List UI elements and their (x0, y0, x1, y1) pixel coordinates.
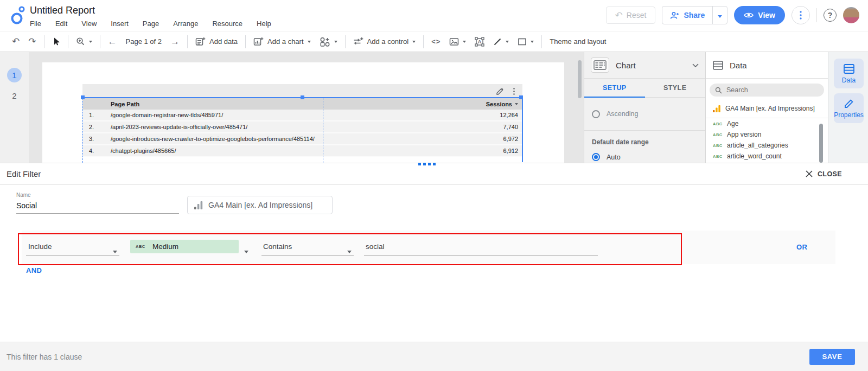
canvas-scrollbar[interactable] (578, 60, 582, 98)
page-thumb-1[interactable]: 1 (7, 68, 22, 82)
rail-properties-button[interactable]: Properties (834, 93, 864, 123)
looker-studio-logo-icon (11, 5, 25, 25)
menu-page[interactable]: Page (143, 20, 159, 28)
cursor-icon (52, 37, 60, 46)
right-rail: Data Properties (828, 52, 868, 163)
menu-resource[interactable]: Resource (212, 20, 242, 28)
select-tool-button[interactable] (48, 37, 65, 46)
view-button[interactable]: View (734, 6, 785, 24)
filter-data-source-chip[interactable]: GA4 Main [ex. Ad Impressions] (187, 196, 333, 214)
and-clause-link[interactable]: AND (26, 266, 42, 274)
menu-insert[interactable]: Insert (111, 20, 129, 28)
redo-button[interactable]: ↷ (24, 37, 40, 46)
data-list-icon (713, 61, 723, 70)
edit-filter-panel: Edit Filter CLOSE Name GA4 Main [ex. Ad … (0, 163, 868, 371)
menu-arrange[interactable]: Arrange (173, 20, 198, 28)
field-list-scrollbar[interactable] (819, 124, 823, 163)
panel-drag-handle[interactable] (418, 163, 436, 165)
filter-panel-header: Edit Filter CLOSE (0, 163, 868, 185)
save-button[interactable]: SAVE (809, 349, 855, 365)
filter-name-input[interactable] (16, 201, 179, 214)
clause-count-status: This filter has 1 clause (7, 353, 809, 361)
field-chip-label: Medium (152, 242, 178, 251)
insert-shape-button[interactable] (513, 37, 538, 46)
operator-select[interactable]: Include (26, 231, 119, 264)
insert-image-button[interactable] (445, 37, 470, 46)
prev-page-button[interactable]: ← (104, 37, 122, 46)
reset-button[interactable]: ↶ Reset (606, 7, 656, 24)
add-control-button[interactable]: Add a control (349, 37, 420, 46)
avatar[interactable] (843, 7, 859, 23)
view-label: View (758, 11, 775, 20)
report-title[interactable]: Untitled Report (30, 5, 95, 16)
person-add-icon (670, 11, 679, 20)
condition-select[interactable]: Contains (261, 231, 354, 264)
add-chart-button[interactable]: Add a chart (249, 37, 315, 46)
share-button[interactable]: Share (662, 6, 727, 24)
field-item[interactable]: ABC App version (706, 129, 828, 140)
selection-border-left (82, 98, 83, 163)
edit-pencil-icon[interactable] (496, 88, 503, 95)
tab-setup[interactable]: SETUP (584, 79, 645, 97)
more-options-button[interactable] (792, 6, 810, 24)
filter-panel-footer: This filter has 1 clause SAVE (0, 342, 868, 371)
resize-handle[interactable] (519, 95, 523, 99)
resize-handle[interactable] (301, 95, 304, 99)
add-data-button[interactable]: Add data (191, 37, 242, 46)
page-thumb-2[interactable]: 2 (7, 91, 22, 100)
chevron-down-icon[interactable] (692, 63, 699, 67)
menu-help[interactable]: Help (257, 20, 271, 28)
data-panel-title: Data (730, 61, 747, 70)
zoom-tool-button[interactable] (72, 37, 97, 46)
menu-view[interactable]: View (81, 20, 97, 28)
resize-handle[interactable] (81, 95, 85, 99)
community-viz-icon (320, 37, 330, 47)
community-visualizations-button[interactable] (315, 37, 342, 47)
field-search-input[interactable]: Search (710, 84, 824, 97)
column-header-sessions[interactable]: Sessions (323, 101, 522, 107)
undo-button[interactable]: ↶ (8, 37, 24, 46)
menu-edit[interactable]: Edit (55, 20, 67, 28)
theme-layout-button[interactable]: Theme and layout (545, 37, 610, 46)
kebab-menu-icon (800, 11, 802, 20)
zoom-caret (89, 41, 92, 43)
chart-panel-header[interactable]: Chart (584, 52, 705, 79)
menu-file[interactable]: File (30, 20, 41, 28)
insert-line-button[interactable] (489, 37, 513, 46)
chart-kebab-menu-icon[interactable] (513, 88, 515, 95)
field-dropdown-caret[interactable] (244, 246, 248, 255)
auto-radio[interactable] (592, 153, 600, 161)
filter-value-input[interactable]: social (364, 231, 598, 264)
or-clause-link[interactable]: OR (796, 243, 807, 251)
menu-bar: File Edit View Insert Page Arrange Resou… (30, 20, 271, 28)
pencil-icon (844, 99, 854, 108)
selection-border-right (522, 97, 523, 162)
help-button[interactable]: ? (824, 9, 837, 22)
data-panel: Data Search (705, 52, 828, 163)
field-item[interactable]: ABC Age (706, 118, 828, 129)
share-dropdown-caret[interactable] (713, 10, 727, 20)
ascending-radio[interactable] (592, 110, 600, 118)
filter-clause-row: Include ABC Medium Contains social OR (22, 231, 835, 264)
report-canvas[interactable]: Page Path Sessions 1. /google-domain-reg… (29, 52, 584, 163)
data-source-row[interactable]: GA4 Main [ex. Ad Impressions] (706, 100, 828, 118)
rectangle-icon (518, 37, 527, 46)
search-placeholder: Search (726, 86, 748, 94)
rail-data-button[interactable]: Data (834, 59, 864, 88)
field-item[interactable]: ABC article_word_count (706, 151, 828, 162)
insert-text-button[interactable]: A (470, 37, 489, 47)
report-page[interactable]: Page Path Sessions 1. /google-domain-reg… (42, 62, 564, 163)
column-header-page-path[interactable]: Page Path (106, 101, 323, 107)
column-divider-guide (323, 98, 323, 163)
field-chip[interactable]: ABC Medium (130, 240, 239, 253)
next-page-button[interactable]: → (166, 37, 184, 46)
filter-name-label: Name (16, 192, 31, 198)
tab-style[interactable]: STYLE (645, 79, 706, 97)
field-item[interactable]: ABC article_all_categories (706, 140, 828, 151)
pages-rail: 1 2 (0, 52, 29, 163)
close-button[interactable]: CLOSE (806, 170, 842, 178)
filter-panel-title: Edit Filter (7, 169, 806, 178)
embed-code-button[interactable]: <> (427, 37, 445, 46)
table-chart[interactable]: Page Path Sessions 1. /google-domain-reg… (82, 98, 522, 157)
page-nav-label[interactable]: Page 1 of 2 (122, 37, 167, 46)
